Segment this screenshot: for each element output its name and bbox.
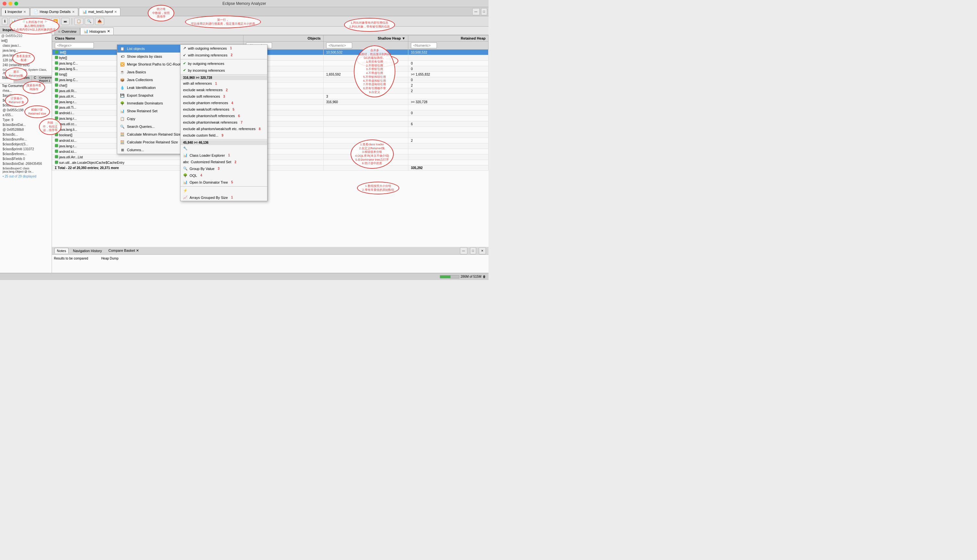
submenu-excl-weak[interactable]: exclude weak references 2 <box>180 87 267 93</box>
maximize-view-btn[interactable]: □ <box>481 8 487 15</box>
group-icon: abc <box>183 160 189 164</box>
class-icon <box>55 94 58 98</box>
col-objects[interactable]: Objects <box>243 35 323 42</box>
table-row[interactable]: java.util.Arr...List 1,975 <box>52 155 488 160</box>
detail-superc: $class$superC class java.lang.Object @ 0… <box>0 166 52 174</box>
submenu-by-incoming[interactable]: ✔ by incoming references <box>180 67 267 73</box>
class-icon <box>55 61 58 65</box>
table-row[interactable]: sun.util...ale.LocaleObjectCache$CacheEn… <box>52 160 488 165</box>
close-inspector-tab[interactable]: ✕ <box>23 10 26 13</box>
app-title: Eclipse Memory Analyzer <box>222 1 266 6</box>
submenu-with-incoming[interactable]: ↙ with incoming references 2 <box>180 52 267 58</box>
compare-content: Results to be compared Heap Dump <box>52 255 488 273</box>
tab-compare[interactable]: Compare Basket ✕ <box>107 248 141 253</box>
separator-1 <box>40 18 40 25</box>
gc-icon[interactable]: 🗑 <box>483 275 486 278</box>
tab-overview[interactable]: ○ Overview <box>55 28 80 35</box>
skip-btn[interactable]: ⏭ <box>61 18 70 25</box>
statics-tab[interactable]: Statics <box>0 75 14 83</box>
close-histogram-tab[interactable]: ✕ <box>107 29 110 33</box>
class-search-input[interactable] <box>55 43 94 48</box>
histogram-icon-sm: 📊 <box>183 180 188 184</box>
top-consumers-btn[interactable]: Top Consumers 2 <box>0 83 52 88</box>
submenu-excl-weaksoft[interactable]: exclude weak/soft references 5 <box>180 106 267 113</box>
dominator-btn[interactable]: 🌲 <box>20 18 28 25</box>
submenu-all-refs[interactable]: with all references 1 <box>180 80 267 87</box>
compare-left-label: Results to be compared <box>54 257 88 271</box>
settings-btn[interactable]: ⚙ <box>30 18 38 25</box>
tab-heap-dump-details[interactable]: 📄 Heap Dump Details ✕ <box>30 8 78 15</box>
maximize-button[interactable] <box>14 2 18 5</box>
submenu-excl-custom[interactable]: exclude custom field... 9 <box>180 132 267 138</box>
submenu-show-histogram[interactable]: 📊 Open In Dominator Tree 5 <box>180 179 267 186</box>
close-heap-dump-tab[interactable]: ✕ <box>72 10 75 13</box>
search-row-shallow[interactable] <box>323 42 408 50</box>
bottom-close[interactable]: ✕ <box>479 247 486 254</box>
shallow-filter-input[interactable] <box>326 43 352 48</box>
submenu-primitive-arrays[interactable]: 📈 Arrays Grouped By Size 1 <box>180 194 267 201</box>
submenu-excl-phantom[interactable]: exclude phantom references 4 <box>180 100 267 106</box>
submenu-arrays-grouped[interactable]: ⚡ <box>180 187 267 194</box>
detail-a655: a 655... <box>0 113 52 117</box>
detail-numre: $class$numRe... <box>0 137 52 142</box>
info-btn[interactable]: ℹ <box>2 18 8 25</box>
submenu-sep-4 <box>180 186 267 187</box>
col-class-name[interactable]: Class Name <box>52 35 243 42</box>
submenu-excl-phantomweak[interactable]: exclude phantom/weak references 7 <box>180 119 267 125</box>
export-btn[interactable]: 📤 <box>95 18 104 25</box>
submenu-section-2: 45,840 >= 46,136 <box>180 140 267 145</box>
minimize-view-btn[interactable]: — <box>472 8 480 15</box>
inspector-java-lang-2: java.lang... <box>0 53 52 58</box>
cell-shallow: 10,500,532 <box>323 50 408 55</box>
search-btn[interactable]: 🔍 <box>85 18 94 25</box>
retained-filter-input[interactable] <box>411 43 437 48</box>
submenu-sep-2 <box>180 74 267 75</box>
inspector-java-lang-1: java.lang... <box>0 48 52 53</box>
class-icon <box>55 83 58 87</box>
heap-dump-icon: 📄 <box>34 10 38 14</box>
col-retained[interactable]: Retained Heap <box>408 35 488 42</box>
submenu-with-outgoing[interactable]: ↗ with outgoing references 1 <box>180 45 267 52</box>
search-row-retained[interactable] <box>408 42 488 50</box>
submenu-by-outgoing[interactable]: ✔ by outgoing references <box>180 60 267 67</box>
fast-forward-btn[interactable]: ⏩ <box>51 18 60 25</box>
left-panel: Inspector @ 0x6f55c210 int[] class java.… <box>0 27 52 273</box>
primitive-icon: 📈 <box>183 195 188 200</box>
tab-navigation[interactable]: Navigation History <box>71 248 104 253</box>
submenu-excl-phantomsoft[interactable]: exclude phantom/soft references 6 <box>180 113 267 119</box>
class-icon <box>55 128 58 131</box>
status-bar: 286M of 515M 🗑 <box>0 273 488 280</box>
tab-notes[interactable]: Notes <box>55 248 68 253</box>
detail-assfl: $assFL... <box>0 93 52 98</box>
bottom-minimize[interactable]: — <box>460 247 467 254</box>
histogram-btn[interactable]: 📊 <box>9 18 18 25</box>
minimize-button[interactable] <box>8 2 12 5</box>
main-toolbar: ℹ 📊 🌲 ⚙ ▶ ⏩ ⏭ 📋 🔍 📤 <box>0 16 488 27</box>
class-icon <box>55 117 58 120</box>
c-tab[interactable]: C <box>32 75 38 83</box>
submenu-class-loader[interactable]: 🔧 <box>180 145 267 152</box>
inspector-address: @ 0x6f55c210 <box>0 33 52 38</box>
submenu-open-dominator[interactable]: 🌳 OQL 4 <box>180 172 267 179</box>
main-area: ○ Overview 📊 Histogram ✕ Class Name <box>52 27 488 273</box>
tab-inspector[interactable]: ℹ Inspector ✕ <box>1 8 30 15</box>
tab-mat-test[interactable]: 📊 mat_test1.hprof ✕ <box>79 8 120 15</box>
tab-histogram[interactable]: 📊 Histogram ✕ <box>80 28 113 35</box>
class-icon <box>55 150 58 153</box>
attributes-tab[interactable]: Attributes <box>14 75 32 83</box>
compare-right-label: Heap Dump <box>101 257 118 271</box>
run-btn[interactable]: ▶ <box>43 18 50 25</box>
close-compare-tab[interactable]: ✕ <box>136 248 139 252</box>
submenu-oql[interactable]: 🔍 Group By Value 3 <box>180 165 267 172</box>
memory-progress-bar <box>440 275 459 278</box>
close-button[interactable] <box>3 2 7 5</box>
close-mat-tab[interactable]: ✕ <box>114 10 117 13</box>
submenu-group-by-value[interactable]: abc Customized Retained Set 2 <box>180 159 267 165</box>
submenu-excl-all[interactable]: exclude all phantom/weak/soft etc. refer… <box>180 125 267 132</box>
copy-btn[interactable]: 📋 <box>74 18 83 25</box>
submenu-custom-retained[interactable]: 📊 Class Loader Explorer 1 <box>180 152 267 159</box>
col-shallow[interactable]: Shallow Heap ▼ <box>323 35 408 42</box>
bottom-tab-bar: Notes Navigation History Compare Basket … <box>52 247 488 255</box>
submenu-excl-soft[interactable]: exclude soft references 3 <box>180 93 267 100</box>
bottom-maximize[interactable]: □ <box>470 247 476 254</box>
